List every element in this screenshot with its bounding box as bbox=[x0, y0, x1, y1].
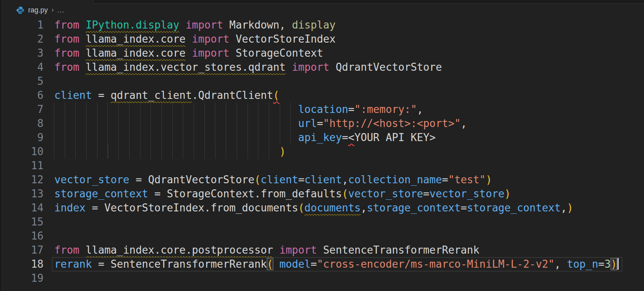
line-number[interactable]: 7 bbox=[0, 102, 43, 117]
code-token: = bbox=[598, 258, 605, 270]
code-line[interactable]: 5 bbox=[0, 74, 644, 88]
code-token bbox=[79, 47, 86, 59]
code-token bbox=[79, 19, 86, 31]
line-number[interactable]: 10 bbox=[0, 145, 43, 159]
line-number[interactable]: 4 bbox=[0, 60, 43, 74]
code-token: location bbox=[298, 103, 348, 115]
code-line[interactable]: 11 bbox=[0, 159, 644, 173]
code-line-text: url="http://<host>:<port>", bbox=[54, 117, 467, 131]
code-token: = bbox=[298, 174, 305, 186]
code-line-text: vector_store = QdrantVectorStore(client=… bbox=[54, 173, 492, 187]
code-line-text: client = qdrant_client.QdrantClient( bbox=[54, 88, 279, 102]
code-line[interactable]: 15 bbox=[0, 215, 644, 229]
line-number[interactable]: 8 bbox=[0, 117, 43, 131]
breadcrumb-symbol-ellipsis[interactable]: ... bbox=[58, 6, 65, 14]
code-token: , bbox=[342, 174, 348, 186]
code-token bbox=[286, 61, 292, 73]
line-number[interactable]: 1 bbox=[0, 18, 43, 32]
code-token: model bbox=[279, 258, 311, 270]
code-token: llama_index.core bbox=[86, 47, 186, 59]
code-token: import bbox=[292, 61, 329, 73]
line-number[interactable]: 13 bbox=[0, 187, 43, 201]
code-line-text: from llama_index.core import VectorStore… bbox=[54, 32, 336, 46]
code-token: import bbox=[192, 47, 229, 59]
line-number[interactable]: 19 bbox=[0, 271, 43, 285]
code-line[interactable]: 4from llama_index.vector_stores.qdrant i… bbox=[0, 60, 644, 74]
code-token bbox=[273, 244, 280, 256]
code-token: = VectorStoreIndex.from_documents bbox=[86, 202, 298, 214]
code-token: llama_index.core bbox=[86, 33, 186, 45]
code-line[interactable]: 14index = VectorStoreIndex.from_document… bbox=[0, 201, 644, 215]
code-token: vector_store bbox=[54, 174, 129, 186]
code-token: client bbox=[54, 89, 92, 101]
code-token: = bbox=[442, 174, 448, 186]
code-line-text: location=":memory:", bbox=[54, 102, 423, 117]
breadcrumb-file-name: rag.py bbox=[28, 6, 48, 14]
indent-guides bbox=[54, 131, 296, 145]
code-line[interactable]: 12vector_store = QdrantVectorStore(clien… bbox=[0, 173, 644, 187]
line-number[interactable]: 16 bbox=[0, 229, 43, 243]
line-number[interactable]: 5 bbox=[0, 74, 43, 88]
code-line-text: rerank = SentenceTransformerRerank( mode… bbox=[54, 257, 619, 271]
line-number[interactable]: 12 bbox=[0, 173, 43, 187]
code-token: .QdrantClient bbox=[192, 89, 273, 101]
breadcrumb-file-segment[interactable]: rag.py bbox=[16, 6, 48, 14]
code-line-text: from llama_index.core.postprocessor impo… bbox=[54, 243, 479, 257]
code-area[interactable]: 1from IPython.display import Markdown, d… bbox=[0, 18, 644, 285]
code-token: = bbox=[461, 202, 467, 214]
code-token: ( bbox=[273, 89, 280, 101]
code-token: from bbox=[54, 19, 79, 31]
code-line[interactable]: 9 api_key=<YOUR API KEY> bbox=[0, 131, 644, 145]
code-line[interactable]: 10 ) bbox=[0, 145, 644, 159]
code-token: ) bbox=[611, 258, 617, 270]
code-line[interactable]: 7 location=":memory:", bbox=[0, 102, 644, 117]
code-token: ( bbox=[298, 202, 305, 214]
line-number[interactable]: 17 bbox=[0, 243, 43, 257]
code-token: ) bbox=[279, 146, 286, 158]
code-token: = bbox=[423, 188, 429, 200]
code-line[interactable]: 6client = qdrant_client.QdrantClient( bbox=[0, 88, 644, 102]
code-token: api_key bbox=[298, 131, 342, 143]
line-number[interactable]: 18 bbox=[0, 257, 43, 271]
line-number[interactable]: 6 bbox=[0, 88, 43, 102]
code-token: = bbox=[92, 89, 111, 101]
code-token: ( bbox=[342, 188, 348, 200]
code-line[interactable]: 1from IPython.display import Markdown, d… bbox=[0, 18, 644, 32]
code-line[interactable]: 13storage_context = StorageContext.from_… bbox=[0, 187, 644, 201]
tab-bar-remnant bbox=[93, 0, 644, 4]
code-token: import bbox=[192, 33, 229, 45]
code-line-text: ) bbox=[54, 145, 286, 159]
code-token: < bbox=[348, 131, 355, 143]
code-token bbox=[79, 244, 86, 256]
line-number[interactable]: 3 bbox=[0, 46, 43, 60]
code-line[interactable]: 17from llama_index.core.postprocessor im… bbox=[0, 243, 644, 257]
code-token: from bbox=[54, 61, 79, 73]
line-number[interactable]: 14 bbox=[0, 201, 43, 215]
code-line[interactable]: 2from llama_index.core import VectorStor… bbox=[0, 32, 644, 46]
code-token bbox=[180, 19, 186, 31]
code-token: Markdown, bbox=[223, 19, 292, 31]
code-token: ) bbox=[567, 202, 574, 214]
code-token: , bbox=[461, 117, 467, 129]
code-line[interactable]: 3from llama_index.core import StorageCon… bbox=[0, 46, 644, 60]
indent-guides bbox=[54, 117, 296, 131]
code-line[interactable]: 8 url="http://<host>:<port>", bbox=[0, 117, 644, 131]
code-line[interactable]: 19 bbox=[0, 271, 644, 285]
code-line[interactable]: 16 bbox=[0, 229, 644, 243]
code-token: , bbox=[561, 202, 567, 214]
python-icon bbox=[16, 6, 25, 14]
code-token: index bbox=[54, 202, 86, 214]
code-line[interactable]: 18rerank = SentenceTransformerRerank( mo… bbox=[0, 257, 644, 271]
line-number[interactable]: 11 bbox=[0, 159, 43, 173]
line-number[interactable]: 15 bbox=[0, 215, 43, 229]
code-token: import bbox=[279, 244, 317, 256]
code-token: ( bbox=[267, 258, 273, 270]
code-token: qdrant_client bbox=[111, 89, 192, 101]
line-number[interactable]: 2 bbox=[0, 32, 43, 46]
code-line-text: api_key=<YOUR API KEY> bbox=[54, 131, 436, 145]
code-line-text: from IPython.display import Markdown, di… bbox=[54, 18, 336, 32]
indent-guides bbox=[54, 145, 278, 159]
line-number[interactable]: 9 bbox=[0, 131, 43, 145]
code-token: top_n bbox=[567, 258, 599, 270]
code-token: "cross-encoder/ms-marco-MiniLM-L-2-v2" bbox=[317, 258, 554, 270]
